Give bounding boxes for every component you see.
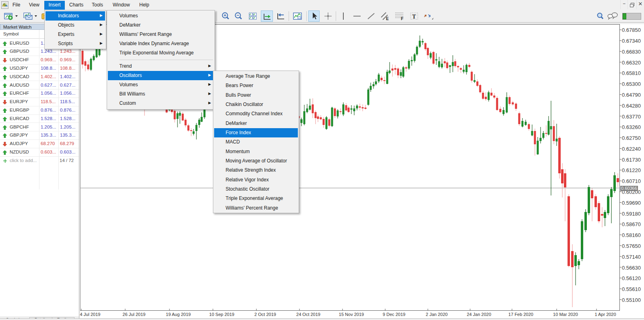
svg-text:T: T bbox=[412, 14, 416, 20]
svg-text:F: F bbox=[401, 17, 403, 21]
svg-text:E: E bbox=[386, 17, 389, 21]
